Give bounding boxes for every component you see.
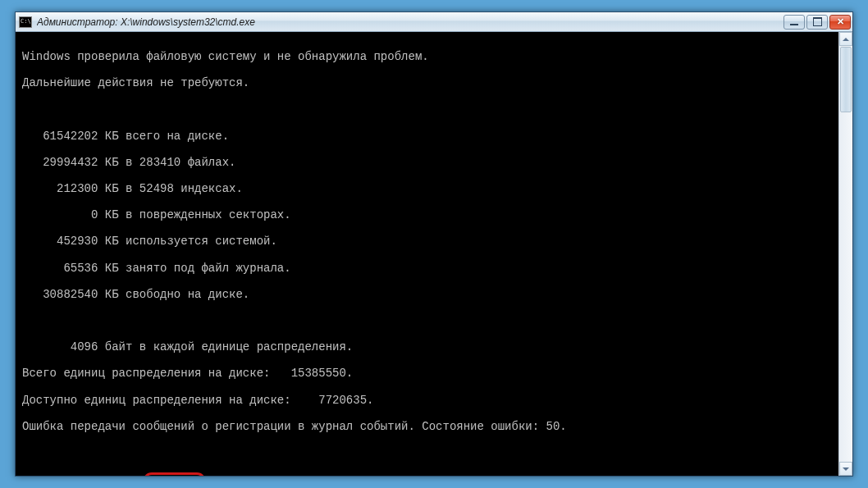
output-line: 4096 байт в каждой единице распределения… xyxy=(22,340,846,353)
output-line: Дальнейшие действия не требуются. xyxy=(22,76,846,89)
window-controls: ✕ xyxy=(783,15,851,30)
output-blank xyxy=(22,446,846,459)
close-icon: ✕ xyxy=(837,16,844,27)
output-line: 61542202 КБ всего на диске. xyxy=(22,130,846,143)
window-title: Администратор: X:\windows\system32\cmd.e… xyxy=(37,16,783,28)
vertical-scrollbar[interactable] xyxy=(838,32,852,476)
output-line: Доступно единиц распределения на диске: … xyxy=(22,394,846,407)
output-line: 212300 КБ в 52498 индексах. xyxy=(22,182,846,195)
scroll-thumb[interactable] xyxy=(840,47,852,112)
terminal-output[interactable]: Windows проверила файловую систему и не … xyxy=(16,32,852,476)
scroll-up-button[interactable] xyxy=(839,32,852,46)
minimize-button[interactable] xyxy=(783,15,805,30)
close-button[interactable]: ✕ xyxy=(829,15,851,30)
scroll-down-button[interactable] xyxy=(839,462,852,476)
maximize-button[interactable] xyxy=(806,15,828,30)
cmd-icon-text: C:\ xyxy=(21,19,31,25)
cmd-window: C:\ Администратор: X:\windows\system32\c… xyxy=(15,11,853,477)
output-line: Windows проверила файловую систему и не … xyxy=(22,50,846,63)
prompt-row: X:\windows\system32>exit xyxy=(22,472,846,476)
output-line: 30882540 КБ свободно на диске. xyxy=(22,288,846,301)
chevron-up-icon xyxy=(843,38,849,41)
output-line: Всего единиц распределения на диске: 153… xyxy=(22,367,846,380)
prompt-command[interactable]: 2>exit xyxy=(150,475,191,476)
output-line: 29994432 КБ в 283410 файлах. xyxy=(22,156,846,169)
highlight-annotation: 2>exit xyxy=(143,472,205,476)
output-blank xyxy=(22,314,846,327)
output-line: 65536 КБ занято под файл журнала. xyxy=(22,262,846,275)
output-line: 452930 КБ используется системой. xyxy=(22,235,846,248)
cmd-icon: C:\ xyxy=(19,16,32,28)
minimize-icon xyxy=(790,19,798,25)
maximize-icon xyxy=(813,17,822,26)
prompt-prefix: X:\windows\system3 xyxy=(22,475,146,476)
output-blank xyxy=(22,103,846,116)
output-line: 0 КБ в поврежденных секторах. xyxy=(22,208,846,221)
titlebar[interactable]: C:\ Администратор: X:\windows\system32\c… xyxy=(16,12,852,32)
output-line: Ошибка передачи сообщений о регистрации … xyxy=(22,420,846,433)
chevron-down-icon xyxy=(843,467,849,471)
